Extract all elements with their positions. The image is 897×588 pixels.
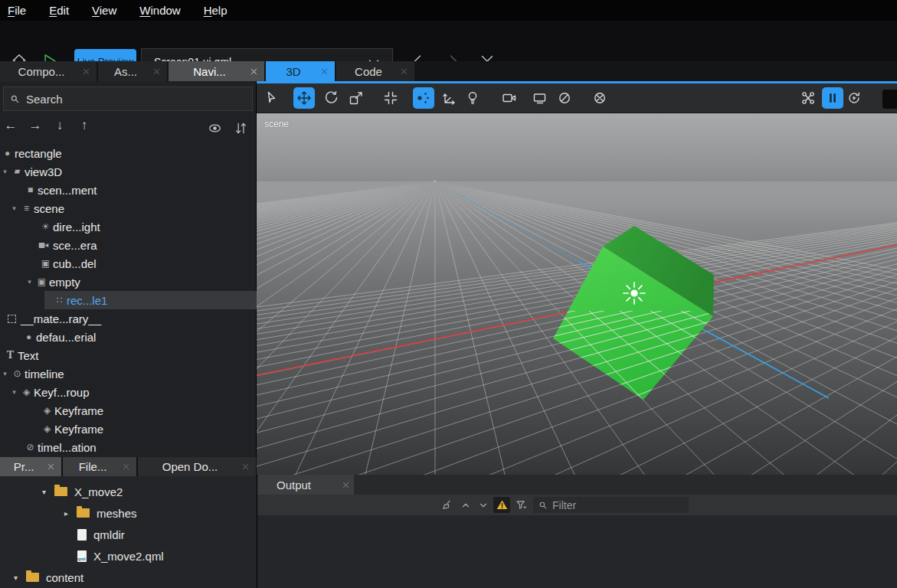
- tree-item-label: empty: [49, 276, 80, 289]
- snap-settings-button[interactable]: [797, 87, 819, 109]
- tree-item-scene[interactable]: ▾≡scene: [0, 199, 257, 217]
- visibility-eye-button[interactable]: [207, 120, 223, 136]
- tab-code[interactable]: Code: [336, 61, 414, 81]
- menu-view[interactable]: View: [92, 4, 116, 17]
- restart-particles-button[interactable]: [843, 87, 865, 109]
- orientation-toggle-button[interactable]: [413, 87, 434, 109]
- move-tool-button[interactable]: [293, 87, 315, 109]
- tab-file[interactable]: File...: [63, 457, 136, 476]
- output-content: [257, 515, 897, 588]
- visibility-toggle-button[interactable]: [554, 87, 575, 109]
- menu-edit[interactable]: Edit: [49, 4, 69, 17]
- camera-tool-button[interactable]: [499, 87, 520, 109]
- tree-item-timeline[interactable]: ▾⊙timeline: [0, 364, 257, 383]
- tree-item-recle1[interactable]: ∷rec...le1: [44, 291, 257, 309]
- menu-help[interactable]: Help: [204, 4, 228, 17]
- tab-compo[interactable]: Compo...: [0, 61, 97, 81]
- expander-down-icon[interactable]: ▾: [42, 488, 54, 496]
- tree-item-keyframe[interactable]: ◈Keyframe: [0, 420, 257, 438]
- tab-3d[interactable]: 3D: [266, 61, 335, 81]
- light-tool-button[interactable]: [462, 87, 483, 109]
- tab-close-icon[interactable]: [78, 67, 93, 76]
- file-item-xmove2[interactable]: ▾X_move2: [42, 481, 123, 502]
- folder-icon: [77, 508, 90, 518]
- scale-tool-button[interactable]: [345, 87, 367, 109]
- tab-close-icon[interactable]: [316, 67, 332, 76]
- light-gizmo[interactable]: [624, 283, 645, 304]
- tree-item-rectangle[interactable]: ●rectangle: [0, 144, 257, 162]
- warnings-filter-toggle[interactable]: [493, 497, 510, 513]
- tab-as[interactable]: As...: [98, 61, 167, 81]
- tree-item-keyfroup[interactable]: ▾◈Keyf...roup: [0, 383, 257, 401]
- move-down-button[interactable]: ↓: [51, 118, 69, 133]
- menu-window[interactable]: Window: [139, 4, 180, 17]
- rotate-tool-button[interactable]: [320, 87, 342, 109]
- viewport-screen-icon: [532, 90, 548, 106]
- filter-menu-button[interactable]: [512, 497, 529, 513]
- output-filter-field[interactable]: [533, 497, 689, 513]
- expander-down-icon[interactable]: ▾: [25, 278, 34, 286]
- tree-item-label: scene: [34, 202, 64, 215]
- output-filter-input[interactable]: [551, 498, 689, 512]
- tree-item-defauerial[interactable]: ●defau...erial: [0, 328, 257, 346]
- menu-file[interactable]: File: [8, 4, 26, 17]
- select-tool-button[interactable]: [261, 87, 283, 109]
- clear-output-button[interactable]: [438, 497, 455, 513]
- sort-order-button[interactable]: [233, 120, 249, 136]
- tree-item-scenment[interactable]: ■scen...ment: [0, 181, 257, 199]
- tab-close-icon[interactable]: [246, 67, 261, 76]
- tree-item-materary[interactable]: __mate...rary__: [0, 309, 257, 328]
- tree-item-direight[interactable]: ☀dire...ight: [0, 217, 257, 236]
- pause-particles-button[interactable]: [822, 87, 843, 109]
- expander-down-icon[interactable]: ▾: [0, 370, 10, 377]
- tab-pr[interactable]: Pr...: [0, 457, 61, 476]
- axis-helper-icon: [441, 90, 458, 106]
- move-right-button[interactable]: →: [26, 118, 44, 133]
- 3d-viewport[interactable]: .gl{stroke:rgba(205,205,206,0.5);stroke-…: [257, 113, 897, 475]
- axis-helper-button[interactable]: [439, 87, 460, 109]
- navigator-toolbar: ← → ↓ ↑: [0, 115, 257, 141]
- wireframe-sphere-button[interactable]: [589, 87, 611, 109]
- tab-close-icon[interactable]: [337, 481, 354, 489]
- tab-navi[interactable]: Navi...: [169, 61, 264, 81]
- tab-output[interactable]: Output: [257, 475, 354, 495]
- file-item-content[interactable]: ▾content: [14, 567, 83, 588]
- scroll-down-button[interactable]: [475, 497, 492, 513]
- tab-opendo[interactable]: Open Do...: [138, 457, 256, 476]
- qml-badge: qml: [77, 557, 86, 561]
- move-left-button[interactable]: ←: [2, 118, 20, 133]
- expander-right-icon[interactable]: ▸: [64, 509, 77, 518]
- fit-view-button[interactable]: [380, 87, 401, 109]
- file-item-meshes[interactable]: ▸meshes: [64, 502, 137, 524]
- tree-item-keyframe[interactable]: ◈Keyframe: [0, 401, 257, 420]
- folder-icon: [54, 487, 67, 496]
- file-item-xmove2qml[interactable]: qmlX_move2.qml: [77, 545, 164, 567]
- scroll-up-button[interactable]: [457, 497, 474, 513]
- menu-bar: FileEditViewWindowHelp: [0, 0, 897, 21]
- 3d-scene[interactable]: .gl{stroke:rgba(205,205,206,0.5);stroke-…: [257, 113, 897, 475]
- tab-close-icon[interactable]: [118, 462, 133, 471]
- orientation-toggle-icon: [415, 90, 432, 106]
- project-tab-bar: Pr...File...Open Do...: [0, 457, 257, 476]
- viewport-screen-button[interactable]: [529, 87, 551, 109]
- move-tool-icon: [296, 90, 313, 106]
- tree-item-timelation[interactable]: ⊘timel...ation: [0, 438, 257, 456]
- navigator-search[interactable]: [3, 87, 253, 111]
- tab-close-icon[interactable]: [237, 462, 253, 471]
- move-up-button[interactable]: ↑: [75, 118, 93, 133]
- tab-close-icon[interactable]: [149, 67, 164, 76]
- tab-close-icon[interactable]: [396, 67, 411, 76]
- tree-item-text[interactable]: TText: [0, 346, 257, 364]
- tree-item-view3d[interactable]: ▾■view3D: [0, 162, 257, 181]
- file-item-qmldir[interactable]: qmldir: [77, 524, 125, 545]
- env-icon: ■: [23, 185, 38, 194]
- tab-close-icon[interactable]: [43, 462, 58, 471]
- expander-down-icon[interactable]: ▾: [9, 388, 19, 396]
- tree-item-empty[interactable]: ▾▣empty: [0, 273, 257, 291]
- search-input[interactable]: [25, 92, 252, 106]
- tree-item-cubdel[interactable]: ▣cub...del: [0, 254, 257, 273]
- camera-speed-box[interactable]: [882, 90, 897, 109]
- expander-down-icon[interactable]: ▾: [9, 204, 19, 212]
- tree-item-sceera[interactable]: sce...era: [0, 236, 257, 254]
- expander-down-icon[interactable]: ▾: [14, 573, 26, 582]
